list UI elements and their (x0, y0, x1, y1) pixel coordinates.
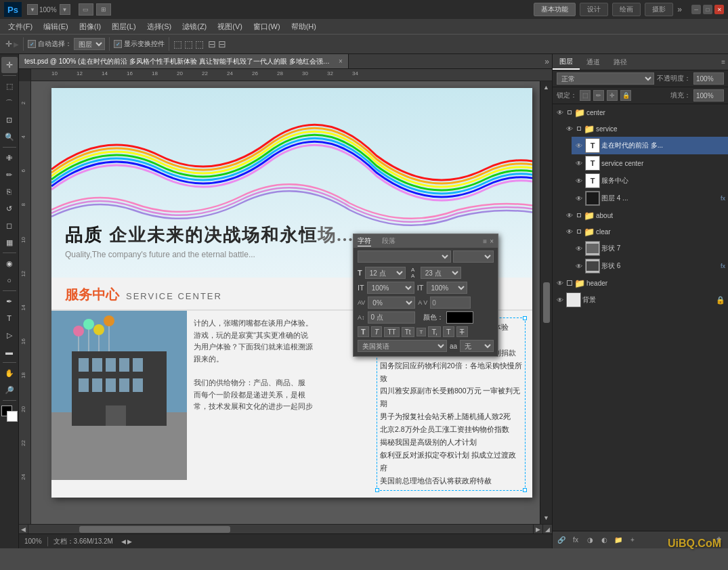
layer-group-header[interactable]: 👁 📁 header (553, 275, 728, 291)
para-tab[interactable]: 段落 (382, 236, 395, 246)
expand-arrow-center[interactable] (568, 110, 572, 114)
marquee-tool[interactable]: ⬚ (1, 78, 18, 94)
crop-tool[interactable]: ⊡ (1, 112, 18, 128)
dist-1-btn[interactable]: ⊟ (208, 39, 216, 49)
leading-select[interactable]: 23 点 (421, 267, 461, 279)
add-adjustment-btn[interactable]: ◐ (598, 534, 610, 546)
title-menu-btn[interactable]: ▼ (27, 4, 38, 15)
add-layer-btn[interactable]: + (626, 534, 639, 546)
eye-icon-service[interactable]: 👁 (565, 124, 574, 133)
layer-shape6[interactable]: 👁 形状 6 fx (572, 257, 728, 275)
channels-tab[interactable]: 通道 (580, 54, 607, 70)
language-select[interactable]: 美国英语 (358, 340, 447, 352)
layer-group-service[interactable]: 👁 📁 service (562, 120, 728, 137)
tab-close-btn[interactable]: × (339, 58, 343, 65)
close-btn[interactable]: ✕ (714, 5, 724, 14)
align-left-btn[interactable]: ⬚ (173, 39, 182, 49)
eye-icon-xintiyan[interactable]: 👁 (574, 141, 584, 150)
view-btn-1[interactable]: ▭ (79, 3, 93, 16)
eye-icon-sc[interactable]: 👁 (574, 158, 584, 168)
kerning-select[interactable]: 100% (427, 282, 467, 294)
layer-group-center[interactable]: 👁 📁 center (553, 104, 728, 120)
align-right-btn[interactable]: ⬚ (195, 39, 204, 49)
layer-group-clear[interactable]: 👁 📁 clear (562, 223, 728, 240)
bold-btn[interactable]: T (358, 326, 369, 337)
eye-icon-fwzx[interactable]: 👁 (574, 176, 584, 185)
allcaps-btn[interactable]: TT (384, 327, 399, 337)
menu-select[interactable]: 选择(S) (142, 20, 177, 33)
gradient-tool[interactable]: ▦ (1, 234, 18, 250)
zoom-tool[interactable]: 🔎 (1, 382, 18, 398)
clone-tool[interactable]: ⎘ (1, 183, 18, 200)
layer-background[interactable]: 👁 背景 🔒 (553, 291, 728, 309)
menu-layer[interactable]: 图层(L) (106, 20, 141, 33)
text-tool[interactable]: T (1, 310, 18, 326)
path-selection-tool[interactable]: ▷ (1, 327, 18, 343)
lock-image-btn[interactable]: ✏ (593, 90, 604, 101)
workspace-tab-design[interactable]: 设计 (580, 3, 608, 16)
menu-image[interactable]: 图像(I) (74, 20, 106, 33)
more-workspaces-btn[interactable]: » (677, 5, 682, 14)
dist-2-btn[interactable]: ⊟ (218, 39, 226, 49)
menu-view[interactable]: 视图(V) (212, 20, 248, 33)
lock-all-btn[interactable]: 🔒 (620, 90, 631, 101)
paths-tab[interactable]: 路径 (607, 54, 634, 70)
workspace-tab-paint[interactable]: 绘画 (612, 3, 641, 16)
italic-btn[interactable]: T (371, 326, 383, 337)
expand-arrow-about[interactable] (577, 213, 581, 217)
hand-tool[interactable]: ✋ (1, 365, 18, 381)
eyedropper-tool[interactable]: 🔍 (1, 129, 18, 145)
eye-icon-tc4[interactable]: 👁 (574, 194, 584, 203)
layer-group-about[interactable]: 👁 📁 about (562, 207, 728, 223)
menu-edit[interactable]: 编辑(E) (38, 20, 74, 33)
blur-tool[interactable]: ◉ (1, 255, 18, 271)
minimize-btn[interactable]: ─ (691, 5, 701, 14)
eraser-tool[interactable]: ◻ (1, 217, 18, 234)
eye-icon-s6[interactable]: 👁 (574, 261, 584, 271)
eye-icon-clear[interactable]: 👁 (565, 227, 574, 236)
move-tool[interactable]: ✛ (1, 57, 18, 73)
workspace-tab-basic[interactable]: 基本功能 (534, 3, 576, 16)
font-family-select[interactable] (358, 250, 451, 263)
opacity-input[interactable] (693, 72, 724, 85)
lasso-tool[interactable]: ⌒ (1, 95, 18, 111)
tab-nav-btn[interactable]: » (544, 57, 549, 66)
strikethrough-btn[interactable]: T (456, 326, 468, 337)
eye-icon-s7[interactable]: 👁 (574, 244, 584, 253)
delete-layer-btn[interactable]: 🗑 (713, 534, 725, 546)
underline-btn[interactable]: T (443, 326, 454, 337)
add-style-btn[interactable]: fx (570, 534, 582, 546)
heal-tool[interactable]: ✙ (1, 150, 18, 166)
menu-filter[interactable]: 滤镜(Z) (177, 20, 212, 33)
bg-color[interactable] (7, 411, 18, 422)
history-tool[interactable]: ↺ (1, 200, 18, 217)
align-center-btn[interactable]: ⬚ (184, 39, 193, 49)
add-group-btn[interactable]: 📁 (612, 534, 624, 546)
font-style-select[interactable] (453, 250, 494, 263)
subscript-btn[interactable]: T, (428, 326, 441, 337)
layer-text-servicecenter[interactable]: 👁 T service center (572, 154, 728, 172)
layer-text-fuwuzhongxin[interactable]: 👁 T 服务中心 (572, 172, 728, 190)
menu-window[interactable]: 窗口(W) (248, 20, 286, 33)
show-controls-checkbox[interactable]: ✓ (114, 40, 122, 48)
add-mask-btn[interactable]: ◑ (584, 534, 596, 546)
brush-tool[interactable]: ✏ (1, 167, 18, 183)
scroll-thumb-inner[interactable] (543, 282, 550, 323)
status-prev-btn[interactable]: ◀ (121, 538, 126, 545)
layers-tab[interactable]: 图层 (553, 54, 580, 70)
auto-select-checkbox[interactable]: ✓ (28, 40, 36, 48)
pen-tool[interactable]: ✒ (1, 293, 18, 309)
mini-tool-1[interactable]: ▲ (542, 83, 551, 92)
scroll-left-btn[interactable]: ◀ (19, 525, 28, 534)
menu-file[interactable]: 文件(F) (3, 20, 38, 33)
expand-arrow-service[interactable] (577, 127, 581, 131)
link-layers-btn[interactable]: 🔗 (555, 534, 568, 546)
scroll-h-thumb[interactable] (79, 526, 231, 533)
expand-arrow-clear[interactable] (577, 229, 581, 234)
eye-icon-bg[interactable]: 👁 (555, 295, 565, 305)
lock-position-btn[interactable]: ✛ (607, 90, 618, 101)
lock-transparent-btn[interactable]: ⬚ (580, 90, 591, 101)
zoom-dropdown[interactable]: ▼ (60, 4, 70, 15)
panel-menu-btn[interactable]: ≡ (719, 54, 728, 70)
workspace-tab-photo[interactable]: 摄影 (645, 3, 673, 16)
